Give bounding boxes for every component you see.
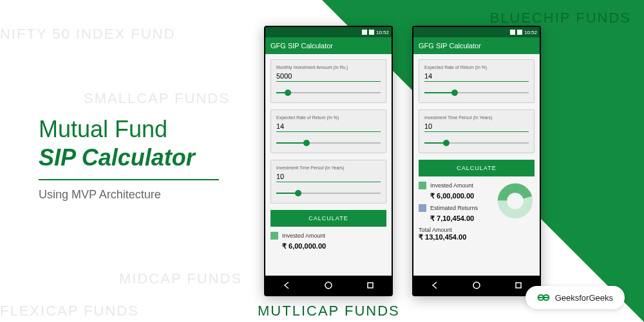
back-icon[interactable] <box>430 281 439 290</box>
signal-icon <box>362 30 367 35</box>
content-area: Monthly Investment Amount (In Rs.) 5000 … <box>265 54 392 276</box>
android-nav-bar <box>265 276 392 295</box>
phone-mockup-2: 10:52 GFG SIP Calculator Expected Rate o… <box>412 26 541 296</box>
svg-point-1 <box>325 282 332 289</box>
title-divider <box>39 179 219 180</box>
field-label: Expected Rate of Return (In %) <box>424 65 529 70</box>
phone-screen: 10:52 GFG SIP Calculator Monthly Investm… <box>265 27 392 276</box>
returns-value: ₹ 7,10,454.00 <box>430 214 492 223</box>
monthly-input[interactable]: 5000 <box>276 72 381 82</box>
field-label: Expected Rate of Return (In %) <box>276 115 381 120</box>
invested-value: ₹ 6,00,000.00 <box>282 242 386 251</box>
total-label: Total Amount <box>419 227 492 233</box>
bg-text: BLUECHIP FUNDS <box>489 10 631 26</box>
title-line2: SIP Calculator <box>39 144 219 171</box>
status-bar: 10:52 <box>265 27 392 37</box>
total-value: ₹ 13,10,454.00 <box>419 233 492 242</box>
bg-text: MUTLICAP FUNDS <box>258 303 400 319</box>
bg-text: NIFTY 50 INDEX FUND <box>0 26 175 43</box>
brand-pill[interactable]: GeeksforGeeks <box>526 286 625 309</box>
field-label: Investment Time Period (In Years) <box>276 166 381 170</box>
field-label: Monthly Investment Amount (In Rs.) <box>276 65 381 70</box>
svg-rect-0 <box>370 31 373 34</box>
status-bar: 10:52 <box>413 27 540 37</box>
results-section: Invested Amount ₹ 6,00,000.00 Estimated … <box>419 182 535 242</box>
app-title: GFG SIP Calculator <box>419 42 481 50</box>
invested-row: Invested Amount <box>270 232 386 240</box>
phone-mockup-1: 10:52 GFG SIP Calculator Monthly Investm… <box>264 26 393 296</box>
home-icon[interactable] <box>472 281 481 290</box>
svg-rect-3 <box>518 31 521 34</box>
returns-row: Estimated Returns <box>419 204 492 212</box>
period-input[interactable]: 10 <box>424 122 529 132</box>
app-title: GFG SIP Calculator <box>270 42 333 50</box>
title-line1: Mutual Fund <box>39 116 219 143</box>
content-area: Expected Rate of Return (In %) 14 Invest… <box>413 54 540 276</box>
period-input[interactable]: 10 <box>276 173 381 182</box>
period-slider[interactable] <box>424 138 529 147</box>
geeksforgeeks-icon <box>537 291 550 304</box>
invested-label: Invested Amount <box>430 182 473 189</box>
returns-swatch <box>419 204 426 212</box>
rate-slider[interactable] <box>424 88 529 97</box>
signal-icon <box>510 30 515 35</box>
returns-label: Estimated Returns <box>430 205 478 211</box>
home-icon[interactable] <box>324 281 333 290</box>
period-card: Investment Time Period (In Years) 10 <box>419 109 535 153</box>
svg-rect-7 <box>516 283 521 288</box>
bg-text: FLEXICAP FUNDS <box>0 303 139 319</box>
invested-swatch <box>419 182 426 189</box>
invested-row: Invested Amount <box>419 182 492 189</box>
recents-icon[interactable] <box>514 281 523 290</box>
invested-swatch <box>270 232 278 240</box>
monthly-investment-card: Monthly Investment Amount (In Rs.) 5000 <box>270 59 386 103</box>
back-icon[interactable] <box>282 281 291 290</box>
brand-name: GeeksforGeeks <box>555 293 613 303</box>
calculate-button[interactable]: CALCULATE <box>270 210 386 227</box>
period-slider[interactable] <box>276 189 381 198</box>
battery-icon <box>517 30 522 35</box>
rate-card: Expected Rate of Return (In %) 14 <box>270 109 386 153</box>
rate-input[interactable]: 14 <box>424 72 529 82</box>
invested-value: ₹ 6,00,000.00 <box>430 192 492 200</box>
bg-text: SMALLCAP FUNDS <box>84 90 230 107</box>
battery-icon <box>369 30 374 35</box>
status-time: 10:52 <box>524 30 537 35</box>
recents-icon[interactable] <box>366 281 375 290</box>
app-bar: GFG SIP Calculator <box>265 37 392 54</box>
field-label: Investment Time Period (In Years) <box>424 115 529 120</box>
rate-input[interactable]: 14 <box>276 122 381 132</box>
bg-text: MIDCAP FUNDS <box>119 270 242 287</box>
rate-card: Expected Rate of Return (In %) 14 <box>419 59 535 103</box>
calculate-button[interactable]: CALCULATE <box>419 160 535 176</box>
status-time: 10:52 <box>376 30 389 35</box>
phone-screen: 10:52 GFG SIP Calculator Expected Rate o… <box>413 27 540 276</box>
app-bar: GFG SIP Calculator <box>413 37 540 54</box>
title-block: Mutual Fund SIP Calculator Using MVP Arc… <box>39 116 219 202</box>
svg-point-6 <box>473 282 480 289</box>
monthly-slider[interactable] <box>276 88 381 97</box>
donut-chart <box>496 182 535 220</box>
period-card: Investment Time Period (In Years) 10 <box>270 160 386 204</box>
svg-rect-2 <box>368 283 373 288</box>
invested-label: Invested Amount <box>282 232 325 239</box>
android-nav-bar <box>413 276 540 295</box>
title-subtitle: Using MVP Architecture <box>39 188 219 202</box>
rate-slider[interactable] <box>276 138 381 147</box>
